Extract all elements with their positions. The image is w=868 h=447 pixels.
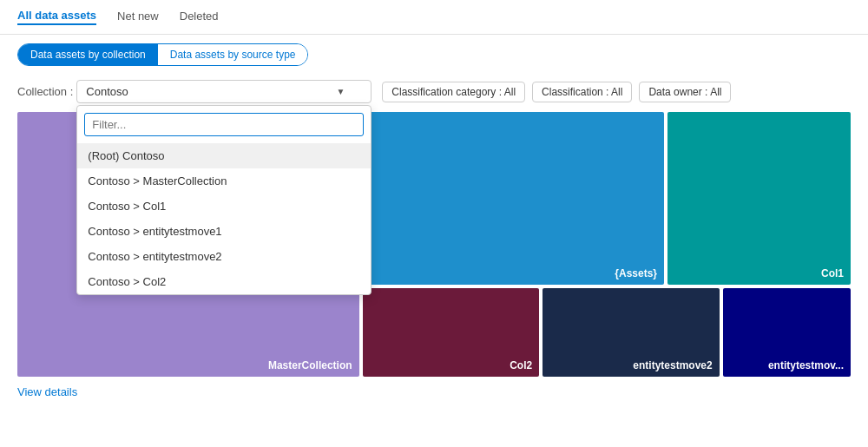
chevron-down-icon: ▼ xyxy=(336,87,345,96)
treemap-label-col2: Col2 xyxy=(510,359,532,371)
dropdown-item-entitytestmove1[interactable]: Contoso > entitytestmove1 xyxy=(77,219,371,244)
treemap-bottom-row: Col2 entitytestmove2 entitytestmov... xyxy=(363,288,851,377)
tab-deleted[interactable]: Deleted xyxy=(180,10,219,24)
dropdown-item-entitytestmove2[interactable]: Contoso > entitytestmove2 xyxy=(77,244,371,269)
dropdown-item-col2[interactable]: Contoso > Col2 xyxy=(77,269,371,294)
collection-dropdown-wrapper: Contoso ▼ (Root) Contoso Contoso > Maste… xyxy=(76,80,372,103)
filter-data-owner[interactable]: Data owner : All xyxy=(639,82,731,102)
treemap-label-entitytestmove2: entitytestmove2 xyxy=(633,359,712,371)
dropdown-item-root[interactable]: (Root) Contoso xyxy=(77,143,371,168)
toggle-by-collection[interactable]: Data assets by collection xyxy=(18,44,158,65)
footer: View details xyxy=(0,377,868,407)
treemap-cell-entitytestmov[interactable]: entitytestmov... xyxy=(723,288,851,377)
treemap-cell-entitytestmove2[interactable]: entitytestmove2 xyxy=(542,288,720,377)
tab-all-data-assets[interactable]: All data assets xyxy=(17,9,96,25)
treemap-cell-assets[interactable]: {Assets} xyxy=(363,112,664,285)
toggle-by-source[interactable]: Data assets by source type xyxy=(158,44,308,65)
treemap-right: {Assets} Col1 Col2 entitytestmove2 entit… xyxy=(363,112,851,377)
top-tabs: All data assets Net new Deleted xyxy=(0,0,868,35)
treemap-top-row: {Assets} Col1 xyxy=(363,112,851,285)
treemap-label-assets: {Assets} xyxy=(615,267,657,279)
treemap-label-entitytestmov: entitytestmov... xyxy=(768,359,844,371)
dropdown-panel: (Root) Contoso Contoso > MasterCollectio… xyxy=(76,105,372,295)
collection-label: Collection : xyxy=(17,85,73,98)
tab-net-new[interactable]: Net new xyxy=(117,10,159,24)
filter-input[interactable] xyxy=(84,113,364,136)
filter-classification-category[interactable]: Classification category : All xyxy=(382,82,525,102)
filter-classification[interactable]: Classification : All xyxy=(532,82,632,102)
view-details-link[interactable]: View details xyxy=(17,385,77,398)
treemap-cell-col2[interactable]: Col2 xyxy=(363,288,540,377)
collection-row: Collection : Contoso ▼ (Root) Contoso Co… xyxy=(0,75,868,103)
treemap-cell-col1[interactable]: Col1 xyxy=(667,112,851,285)
collection-value: Contoso xyxy=(86,85,128,98)
treemap-label-col1: Col1 xyxy=(821,267,844,279)
toggle-group: Data assets by collection Data assets by… xyxy=(17,43,308,66)
dropdown-item-col1[interactable]: Contoso > Col1 xyxy=(77,194,371,219)
filters-group: Classification category : All Classifica… xyxy=(382,82,731,102)
dropdown-item-master[interactable]: Contoso > MasterCollection xyxy=(77,168,371,194)
collection-dropdown-btn[interactable]: Contoso ▼ xyxy=(76,80,372,103)
treemap-label-master: MasterCollection xyxy=(268,359,352,371)
toolbar: Data assets by collection Data assets by… xyxy=(0,35,868,75)
